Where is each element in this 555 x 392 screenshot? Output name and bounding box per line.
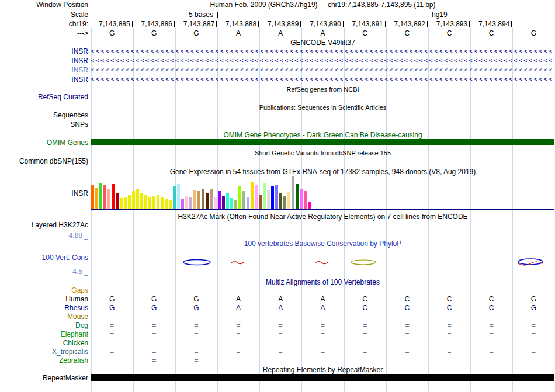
base-cell: A (217, 304, 259, 312)
base-cell: = (133, 356, 175, 365)
base-cell: = (512, 330, 554, 338)
base-cell: = (470, 348, 512, 356)
base-cell: G (91, 295, 133, 303)
base-cell: = (344, 348, 386, 356)
repeatmasker-label[interactable]: RepeatMasker (0, 374, 88, 382)
base-cell: = (470, 321, 512, 329)
base-cell: = (301, 348, 344, 356)
base-cell: = (428, 330, 470, 338)
species-label-human[interactable]: Human (0, 295, 88, 303)
base-cell: - (217, 313, 259, 321)
base-cell: G (512, 304, 554, 312)
base-cell: - (133, 313, 175, 321)
base-cell: - (175, 313, 217, 321)
base-cell: = (344, 330, 386, 338)
base-cell: - (301, 313, 344, 321)
base-cell: A (301, 304, 344, 312)
base-cell: A (259, 295, 301, 303)
base-cell: G (175, 304, 217, 312)
base-cell: - (470, 313, 512, 321)
base-cell: C (344, 304, 386, 312)
base-cell: C (386, 304, 428, 312)
base-cell: = (386, 348, 428, 356)
species-label-x-tropicalis[interactable]: X_tropicalis (0, 348, 88, 356)
base-cell: = (301, 321, 344, 329)
base-cell: A (259, 304, 301, 312)
base-cell: = (259, 321, 301, 329)
base-cell: - (91, 313, 133, 321)
base-cell: = (91, 330, 133, 338)
base-cell: = (428, 339, 470, 347)
base-cell: = (344, 321, 386, 329)
base-cell: = (512, 348, 554, 356)
base-cell: = (428, 348, 470, 356)
base-cell: = (512, 339, 554, 347)
base-cell: = (217, 330, 259, 338)
base-cell: = (217, 321, 259, 329)
base-cell: = (470, 339, 512, 347)
species-label-dog[interactable]: Dog (0, 321, 88, 329)
base-cell: = (133, 348, 175, 356)
base-cell: = (259, 339, 301, 347)
base-cell: G (133, 295, 175, 303)
repeatmasker-bar[interactable] (91, 374, 554, 381)
multiz-track: GapsHumanGGGAAACCCCGRhesusGGGAAACCCCGMou… (0, 0, 555, 392)
base-cell: = (133, 330, 175, 338)
base-cell: = (386, 330, 428, 338)
base-cell: C (428, 304, 470, 312)
base-cell: A (301, 295, 344, 303)
base-cell: = (470, 330, 512, 338)
base-cell: = (175, 356, 217, 365)
base-cell: = (259, 330, 301, 338)
base-cell: = (175, 330, 217, 338)
base-cell: = (386, 321, 428, 329)
base-cell: = (217, 348, 259, 356)
species-label-rhesus[interactable]: Rhesus (0, 304, 88, 312)
base-cell: - (428, 313, 470, 321)
base-cell: = (301, 330, 344, 338)
base-cell: = (91, 321, 133, 329)
base-cell: = (428, 321, 470, 329)
base-cell: C (470, 304, 512, 312)
repeatmasker-title: Repeating Elements by RepeatMasker (91, 366, 555, 374)
base-cell: = (512, 321, 554, 329)
species-label-zebrafish[interactable]: Zebrafish (0, 356, 88, 365)
base-cell: = (91, 348, 133, 356)
base-cell: = (301, 339, 344, 347)
species-label-chicken[interactable]: Chicken (0, 339, 88, 347)
base-cell: A (217, 295, 259, 303)
base-cell: = (344, 339, 386, 347)
base-cell: G (512, 295, 554, 303)
base-cell: = (133, 321, 175, 329)
base-cell: = (175, 321, 217, 329)
base-cell: G (91, 304, 133, 312)
base-cell: = (133, 339, 175, 347)
base-cell: C (428, 295, 470, 303)
base-cell: G (175, 295, 217, 303)
base-cell: C (344, 295, 386, 303)
base-cell: C (386, 295, 428, 303)
base-cell: - (259, 313, 301, 321)
base-cell: = (91, 339, 133, 347)
species-label-elephant[interactable]: Elephant (0, 330, 88, 338)
base-cell: - (386, 313, 428, 321)
base-cell: = (217, 339, 259, 347)
base-cell: = (175, 348, 217, 356)
base-cell: G (133, 304, 175, 312)
species-label-mouse[interactable]: Mouse (0, 313, 88, 321)
genome-browser: Window Position Human Feb. 2009 (GRCh37/… (0, 0, 555, 392)
base-cell: = (386, 339, 428, 347)
species-label-gaps[interactable]: Gaps (0, 286, 88, 294)
base-cell: - (344, 313, 386, 321)
base-cell: = (175, 339, 217, 347)
base-cell: C (470, 295, 512, 303)
base-cell: = (259, 348, 301, 356)
base-cell: - (512, 313, 554, 321)
